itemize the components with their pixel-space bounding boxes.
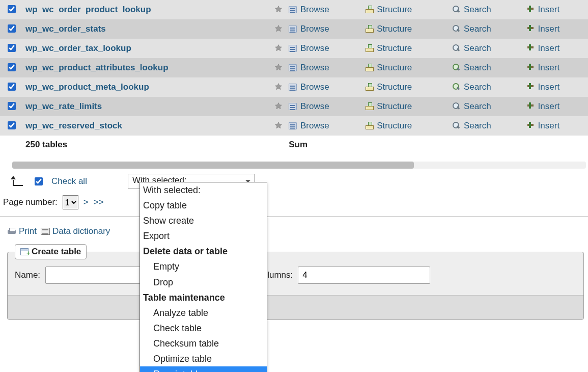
search-link[interactable]: Search [464, 82, 491, 92]
insert-link[interactable]: Insert [538, 82, 560, 92]
browse-icon [289, 103, 297, 110]
favorite-star-icon[interactable] [274, 121, 283, 129]
check-all-label[interactable]: Check all [51, 176, 87, 187]
with-selected-dropdown[interactable]: With selected:Copy tableShow createExpor… [139, 182, 267, 320]
table-row: wp_wc_order_product_lookup Browse Struct… [0, 0, 588, 19]
table-name-link[interactable]: wp_wc_product_attributes_lookup [25, 63, 169, 72]
browse-link[interactable]: Browse [300, 121, 329, 130]
insert-link[interactable]: Insert [538, 63, 560, 72]
dropdown-group: Table maintenance [140, 290, 267, 305]
table-row: wp_wc_rate_limits Browse Structure Searc… [0, 97, 588, 116]
structure-icon [366, 102, 374, 110]
insert-icon [526, 83, 535, 91]
browse-link[interactable]: Browse [300, 5, 329, 14]
table-row: wp_wc_product_meta_lookup Browse Structu… [0, 77, 588, 97]
dropdown-group: Delete data or table [140, 244, 267, 259]
check-all-checkbox[interactable] [35, 177, 43, 185]
search-icon [452, 44, 460, 52]
browse-link[interactable]: Browse [300, 82, 329, 92]
summary-row: 250 tablesSum [0, 136, 588, 157]
insert-link[interactable]: Insert [538, 101, 560, 111]
table-name-link[interactable]: wp_wc_order_tax_lookup [25, 43, 131, 53]
table-name-link[interactable]: wp_wc_reserved_stock [25, 121, 122, 130]
insert-icon [526, 24, 535, 33]
favorite-star-icon[interactable] [274, 63, 283, 71]
favorite-star-icon[interactable] [274, 24, 283, 33]
print-link[interactable]: Print [7, 226, 37, 236]
table-row: wp_wc_reserved_stock Browse Structure Se… [0, 116, 588, 136]
create-table-panel: Create table Name: ber of columns: [7, 252, 584, 320]
summary-sum-label: Sum [286, 136, 588, 157]
search-link[interactable]: Search [464, 121, 491, 130]
search-link[interactable]: Search [464, 24, 491, 34]
pager-next[interactable]: > [83, 197, 89, 207]
structure-link[interactable]: Structure [377, 5, 412, 14]
dropdown-option[interactable]: Show create [140, 213, 267, 228]
browse-icon [289, 25, 297, 33]
search-link[interactable]: Search [464, 101, 491, 111]
new-table-icon [20, 248, 29, 255]
print-label: Print [19, 226, 37, 236]
browse-link[interactable]: Browse [300, 43, 329, 53]
favorite-star-icon[interactable] [274, 102, 283, 110]
search-link[interactable]: Search [464, 43, 491, 53]
structure-icon [366, 63, 374, 71]
dropdown-option[interactable]: Export [140, 228, 267, 244]
structure-icon [366, 5, 374, 13]
browse-icon [289, 64, 297, 71]
search-link[interactable]: Search [464, 5, 491, 14]
dropdown-option[interactable]: Drop [140, 275, 267, 290]
page-number-select[interactable]: 1 [63, 195, 78, 209]
search-link[interactable]: Search [464, 63, 491, 72]
structure-link[interactable]: Structure [377, 121, 412, 130]
insert-link[interactable]: Insert [538, 43, 560, 53]
search-icon [452, 5, 460, 13]
browse-icon [289, 45, 297, 52]
create-cols-input[interactable] [298, 267, 430, 284]
data-dictionary-link[interactable]: Data dictionary [41, 226, 110, 236]
structure-link[interactable]: Structure [377, 82, 412, 92]
pager-last[interactable]: >> [94, 197, 104, 207]
row-checkbox[interactable] [8, 83, 16, 91]
insert-icon [526, 63, 535, 71]
insert-link[interactable]: Insert [538, 24, 560, 34]
insert-link[interactable]: Insert [538, 121, 560, 130]
row-checkbox[interactable] [8, 121, 16, 129]
insert-link[interactable]: Insert [538, 5, 560, 14]
insert-icon [526, 102, 535, 110]
structure-link[interactable]: Structure [377, 24, 412, 34]
structure-link[interactable]: Structure [377, 43, 412, 53]
dictionary-icon [41, 228, 50, 235]
favorite-star-icon[interactable] [274, 5, 283, 13]
dropdown-option[interactable]: With selected: [140, 182, 267, 198]
favorite-star-icon[interactable] [274, 83, 283, 91]
browse-link[interactable]: Browse [300, 24, 329, 34]
table-name-link[interactable]: wp_wc_product_meta_lookup [25, 82, 149, 92]
table-name-link[interactable]: wp_wc_order_product_lookup [25, 5, 151, 14]
favorite-star-icon[interactable] [274, 44, 283, 52]
structure-link[interactable]: Structure [377, 101, 412, 111]
row-checkbox[interactable] [8, 102, 16, 110]
row-checkbox[interactable] [8, 44, 16, 52]
table-row: wp_wc_order_tax_lookup Browse Structure … [0, 39, 588, 58]
row-checkbox[interactable] [8, 24, 16, 33]
browse-icon [289, 84, 297, 91]
table-name-link[interactable]: wp_wc_order_stats [25, 24, 106, 34]
browse-link[interactable]: Browse [300, 101, 329, 111]
row-checkbox[interactable] [8, 63, 16, 71]
tables-count: 250 tables [22, 136, 267, 157]
create-table-legend: Create table [15, 244, 87, 259]
table-name-link[interactable]: wp_wc_rate_limits [25, 101, 102, 111]
dropdown-option[interactable]: Empty [140, 259, 267, 274]
structure-icon [366, 44, 374, 52]
table-row: wp_wc_order_stats Browse Structure Searc… [0, 19, 588, 39]
dropdown-option[interactable]: Analyze table [140, 305, 267, 320]
create-table-legend-label: Create table [32, 247, 81, 257]
horizontal-scrollbar[interactable] [12, 162, 586, 169]
insert-icon [526, 44, 535, 52]
structure-icon [366, 83, 374, 91]
dropdown-option[interactable]: Copy table [140, 198, 267, 213]
row-checkbox[interactable] [8, 5, 16, 13]
structure-link[interactable]: Structure [377, 63, 412, 72]
browse-link[interactable]: Browse [300, 63, 329, 72]
